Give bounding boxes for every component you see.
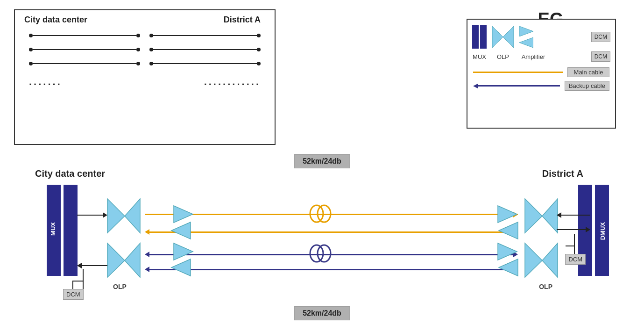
dcm-left-hline-2 bbox=[72, 281, 73, 289]
arrow-mux-olp-top bbox=[77, 212, 107, 218]
blue-cable-return bbox=[145, 267, 518, 272]
backup-cable-label: Backup cable bbox=[565, 81, 609, 91]
city-label-main: City data center bbox=[35, 168, 105, 179]
amplifier-icon bbox=[519, 26, 533, 48]
olp-right-icon bbox=[523, 196, 560, 281]
dot bbox=[29, 34, 33, 37]
legend-icons-row: DCM bbox=[467, 20, 615, 51]
legend-labels-row: MUX OLP Amplifier DCM bbox=[467, 51, 615, 63]
dot bbox=[29, 62, 33, 65]
main-cable-row: Main cable bbox=[467, 63, 615, 79]
district-label-main: District A bbox=[542, 168, 583, 179]
h-line bbox=[33, 35, 136, 36]
coil-orange bbox=[308, 203, 336, 224]
svg-marker-5 bbox=[125, 199, 140, 233]
dcm-box-left: DCM bbox=[63, 289, 84, 300]
distance-label-bottom: 52km/24db bbox=[294, 306, 350, 320]
svg-marker-18 bbox=[498, 243, 517, 260]
distance-label-top: 52km/24db bbox=[294, 154, 350, 168]
svg-marker-8 bbox=[525, 199, 542, 233]
svg-marker-14 bbox=[174, 243, 193, 260]
svg-marker-12 bbox=[174, 206, 193, 223]
coil-blue bbox=[308, 243, 336, 264]
dot bbox=[257, 48, 261, 51]
svg-point-21 bbox=[318, 205, 331, 222]
main-cable-label: Main cable bbox=[567, 67, 609, 77]
legend-box: DCM MUX OLP Amplifier DCM Main cable Bac… bbox=[467, 19, 616, 129]
h-line bbox=[153, 35, 257, 36]
svg-marker-13 bbox=[171, 222, 191, 239]
svg-point-20 bbox=[310, 205, 323, 222]
line-row-1 bbox=[29, 34, 261, 37]
mux-bar-2 bbox=[64, 185, 78, 276]
amp-mid-right-orange-rev bbox=[498, 221, 519, 240]
backup-cable-line-container bbox=[473, 84, 560, 88]
line-row-3 bbox=[29, 62, 261, 65]
h-line bbox=[33, 63, 136, 64]
backup-cable-line bbox=[478, 85, 560, 87]
dcm-left-hline-1 bbox=[72, 281, 83, 282]
svg-marker-17 bbox=[499, 222, 518, 239]
dot bbox=[29, 48, 33, 51]
h-line bbox=[153, 63, 257, 64]
svg-marker-16 bbox=[498, 206, 517, 223]
dcm-right-vline bbox=[574, 234, 575, 255]
svg-marker-6 bbox=[107, 243, 125, 277]
amp-mid-left-orange-rev bbox=[170, 221, 191, 240]
svg-marker-19 bbox=[499, 259, 518, 276]
dcm-box-right: DCM bbox=[565, 254, 586, 265]
svg-marker-9 bbox=[542, 199, 558, 233]
mux-icon bbox=[472, 25, 487, 49]
olp-label: OLP bbox=[491, 53, 515, 60]
ellipsis-left: ....... bbox=[29, 76, 62, 88]
arrow-left-icon bbox=[473, 84, 478, 88]
dcm-right-hline bbox=[566, 246, 575, 246]
dot bbox=[136, 34, 140, 37]
olp-text-right: OLP bbox=[539, 283, 552, 290]
amp-mid-left-blue-rev bbox=[170, 258, 191, 277]
ellipsis-right: ............ bbox=[204, 76, 261, 88]
h-line bbox=[33, 49, 136, 50]
svg-marker-11 bbox=[542, 243, 558, 277]
dot bbox=[257, 34, 261, 37]
amplifier-label: Amplifier bbox=[519, 53, 547, 60]
dot bbox=[136, 62, 140, 65]
olp-left-icon bbox=[105, 196, 142, 281]
dot bbox=[257, 62, 261, 65]
svg-marker-4 bbox=[107, 199, 125, 233]
dcm-label-2: DCM bbox=[591, 51, 610, 62]
mux-text: MUX bbox=[50, 222, 57, 236]
main-diagram: 52km/24db City data center District A MU… bbox=[0, 154, 644, 325]
dot bbox=[136, 48, 140, 51]
dcm-box-1: DCM bbox=[591, 32, 610, 42]
olp-icon bbox=[491, 25, 515, 49]
dmux-text: DMUX bbox=[599, 222, 606, 240]
top-left-diagram: City data center District A bbox=[14, 9, 276, 145]
svg-marker-1 bbox=[503, 26, 514, 48]
svg-marker-10 bbox=[525, 243, 542, 277]
h-line bbox=[153, 49, 257, 50]
svg-marker-2 bbox=[519, 26, 533, 36]
svg-marker-3 bbox=[519, 37, 533, 48]
main-cable-line bbox=[473, 72, 563, 73]
mux-label: MUX bbox=[472, 53, 487, 60]
orange-cable-return bbox=[145, 229, 518, 235]
backup-cable-row: Backup cable bbox=[467, 79, 615, 94]
svg-marker-0 bbox=[492, 26, 503, 48]
dot bbox=[149, 48, 153, 51]
dot bbox=[149, 62, 153, 65]
svg-marker-7 bbox=[125, 243, 140, 277]
district-label-top: District A bbox=[224, 15, 261, 25]
line-row-2 bbox=[29, 48, 261, 51]
amp-mid-right-blue-rev bbox=[498, 258, 519, 277]
olp-text-left: OLP bbox=[113, 283, 127, 290]
legend-container: EG DCM bbox=[471, 9, 630, 126]
svg-marker-15 bbox=[171, 259, 191, 276]
amp-mid-left-orange bbox=[173, 205, 194, 224]
arrow-olp-mux-bottom bbox=[77, 263, 107, 268]
city-label-top: City data center bbox=[24, 15, 87, 25]
lines-container: ....... ............ bbox=[29, 34, 261, 88]
svg-point-22 bbox=[310, 245, 323, 262]
amp-mid-right-orange bbox=[497, 205, 518, 224]
svg-point-23 bbox=[318, 245, 331, 262]
